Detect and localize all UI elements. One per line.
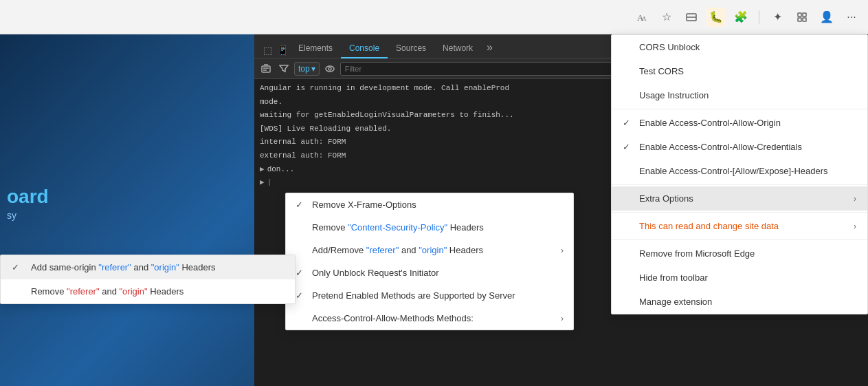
- check-placeholder: [12, 286, 25, 297]
- check-placeholder: [623, 297, 634, 307]
- svg-text:A: A: [642, 15, 647, 22]
- submenu-arrow-icon: ›: [854, 194, 856, 204]
- submenu-item-label: Remove X-Frame-Options: [312, 200, 416, 210]
- svg-rect-5: [798, 18, 801, 21]
- submenu-item-label: Pretend Enabled Methods are Supported by…: [312, 290, 515, 301]
- svg-rect-7: [262, 66, 270, 72]
- filter-icon[interactable]: [276, 61, 291, 76]
- svg-point-9: [329, 67, 331, 70]
- extension-context-menu: CORS Unblock Test CORS Usage Instruction…: [611, 34, 868, 314]
- menu-item-label: Enable Access-Control-Allow-Credentials: [639, 142, 802, 152]
- menu-item-label: Usage Instruction: [639, 90, 709, 100]
- menu-item-enable-acao[interactable]: ✓ Enable Access-Control-Allow-Origin: [612, 111, 867, 135]
- submenu-item-remove-csp[interactable]: Remove "Content-Security-Policy" Headers: [286, 216, 573, 239]
- star-bookmark-icon[interactable]: ☆: [657, 8, 676, 27]
- submenu-item-add-referer[interactable]: Add/Remove "referer" and "origin" Header…: [286, 239, 573, 261]
- context-selector[interactable]: top ▾: [294, 62, 320, 76]
- svg-rect-6: [803, 18, 806, 21]
- check-placeholder: [623, 193, 634, 204]
- menu-item-manage-extension[interactable]: Manage extension: [612, 290, 867, 314]
- check-placeholder: [296, 313, 307, 323]
- menu-item-label: This can read and change site data: [639, 221, 779, 231]
- menu-item-label: Manage extension: [639, 297, 712, 307]
- inspect-element-icon[interactable]: ⬚: [260, 43, 275, 58]
- menu-item-remove-edge[interactable]: Remove from Microsoft Edge: [612, 242, 867, 266]
- check-placeholder: [623, 42, 634, 52]
- menu-item-label: Enable Access-Control-[Allow/Expose]-Hea…: [639, 166, 828, 176]
- menu-item-usage-instruction[interactable]: Usage Instruction: [612, 83, 867, 107]
- menu-item-extra-options[interactable]: Extra Options ›: [612, 186, 867, 211]
- check-mark-acac: ✓: [623, 142, 634, 152]
- subsubmenu-item-label: Remove "referer" and "origin" Headers: [31, 286, 183, 297]
- browser-toolbar: A A ☆ 🐛 🧩 ✦ 👤 ··: [0, 0, 868, 34]
- device-toolbar-icon[interactable]: 📱: [275, 43, 290, 58]
- tab-network[interactable]: Network: [434, 39, 481, 58]
- subsubmenu-item-add-same-origin[interactable]: ✓ Add same-origin "referer" and "origin"…: [1, 255, 295, 279]
- svg-rect-3: [798, 13, 801, 17]
- menu-item-label: Enable Access-Control-Allow-Origin: [639, 118, 781, 128]
- expand-arrow[interactable]: ▶: [260, 164, 265, 176]
- bug-icon[interactable]: 🐛: [706, 8, 726, 27]
- menu-item-label: Hide from toolbar: [639, 272, 708, 283]
- menu-item-site-data[interactable]: This can read and change site data ›: [612, 214, 867, 238]
- tab-console[interactable]: Console: [341, 39, 388, 58]
- subsubmenu-item-label: Add same-origin "referer" and "origin" H…: [31, 262, 216, 272]
- page-title: oard: [7, 186, 49, 208]
- submenu-item-only-unblock[interactable]: ✓ Only Unblock Request's Initiator: [286, 261, 573, 284]
- clear-console-icon[interactable]: [258, 61, 274, 76]
- check-placeholder: [623, 221, 634, 231]
- context-dropdown-icon: ▾: [311, 64, 315, 74]
- collections-icon[interactable]: [792, 8, 812, 27]
- menu-item-label: Extra Options: [639, 193, 693, 204]
- submenu-item-acam[interactable]: Access-Control-Allow-Methods Methods: ›: [286, 307, 573, 330]
- check-placeholder: [623, 272, 634, 283]
- check-placeholder: [296, 245, 307, 255]
- profile-icon[interactable]: 👤: [817, 8, 836, 27]
- submenu-arrow-icon: ›: [561, 314, 564, 323]
- submenu-item-label: Add/Remove "referer" and "origin" Header…: [312, 245, 483, 255]
- menu-divider: [612, 184, 867, 185]
- live-expression-icon[interactable]: [322, 61, 337, 76]
- submenu-item-label: Remove "Content-Security-Policy" Headers: [312, 222, 484, 233]
- favorites-star-icon[interactable]: ✦: [768, 8, 787, 27]
- image-icon[interactable]: [682, 8, 701, 27]
- menu-item-enable-acaeh[interactable]: Enable Access-Control-[Allow/Expose]-Hea…: [612, 159, 867, 183]
- menu-item-hide-toolbar[interactable]: Hide from toolbar: [612, 266, 867, 290]
- menu-item-cors-unblock[interactable]: CORS Unblock: [612, 35, 867, 59]
- check-mark-same-origin: ✓: [12, 262, 25, 272]
- menu-item-test-cors[interactable]: Test CORS: [612, 59, 867, 83]
- menu-divider: [612, 239, 867, 240]
- menu-divider: [612, 109, 867, 109]
- menu-divider: [612, 212, 867, 213]
- tab-sources[interactable]: Sources: [388, 39, 434, 58]
- check-mark-xframe: ✓: [296, 200, 307, 210]
- tab-elements[interactable]: Elements: [290, 39, 341, 58]
- menu-item-label: Test CORS: [639, 66, 684, 76]
- context-label: top: [298, 64, 310, 74]
- submenu-item-remove-xframe[interactable]: ✓ Remove X-Frame-Options: [286, 193, 573, 216]
- check-mark-methods: ✓: [296, 290, 307, 301]
- check-placeholder: [623, 166, 634, 176]
- font-icon[interactable]: A A: [632, 8, 652, 27]
- menu-item-label: Remove from Microsoft Edge: [639, 248, 755, 259]
- check-placeholder: [623, 90, 634, 100]
- submenu-item-label: Access-Control-Allow-Methods Methods:: [312, 313, 474, 323]
- check-mark-unblock: ✓: [296, 268, 307, 278]
- check-placeholder: [623, 248, 634, 259]
- check-placeholder: [296, 222, 307, 233]
- extra-options-submenu: ✓ Remove X-Frame-Options Remove "Content…: [285, 193, 574, 330]
- submenu-arrow-icon: ›: [854, 222, 856, 231]
- submenu-arrow-icon: ›: [561, 246, 564, 255]
- check-mark-acao: ✓: [623, 118, 634, 128]
- more-tabs-icon[interactable]: »: [481, 37, 498, 58]
- more-icon[interactable]: ···: [842, 8, 861, 27]
- submenu-item-pretend-methods[interactable]: ✓ Pretend Enabled Methods are Supported …: [286, 284, 573, 307]
- menu-item-enable-acac[interactable]: ✓ Enable Access-Control-Allow-Credential…: [612, 135, 867, 159]
- svg-point-8: [326, 66, 334, 72]
- submenu-item-label: Only Unblock Request's Initiator: [312, 268, 439, 278]
- check-placeholder: [623, 66, 634, 76]
- subsubmenu-item-remove-referer[interactable]: Remove "referer" and "origin" Headers: [1, 279, 295, 303]
- puzzle-icon[interactable]: 🧩: [731, 8, 750, 27]
- svg-rect-4: [803, 13, 806, 17]
- page-subtitle: sy: [7, 210, 16, 221]
